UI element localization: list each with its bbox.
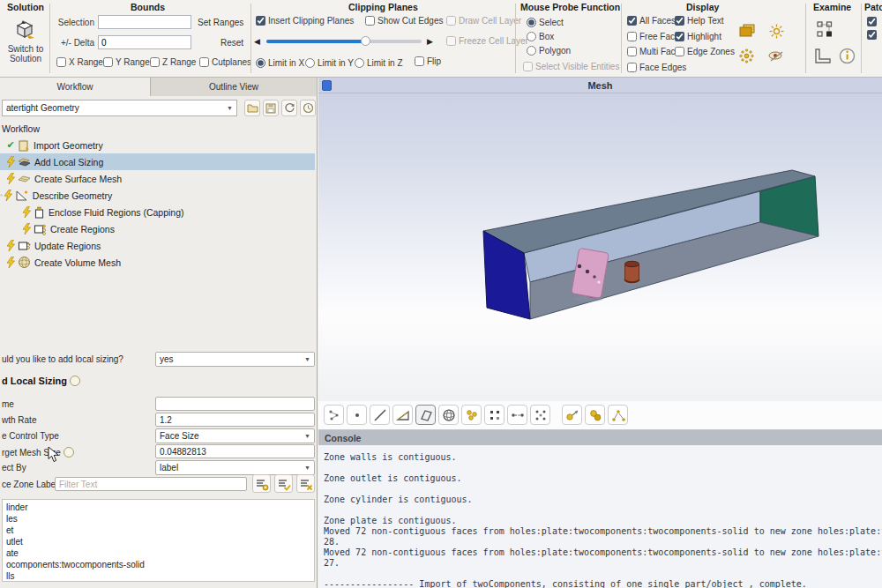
zone-label-item[interactable]: les: [3, 513, 314, 525]
show-cut-edges-checkbox[interactable]: Show Cut Edges: [365, 16, 444, 26]
face-edges-checkbox[interactable]: Face Edges: [627, 63, 686, 72]
point-mode-button[interactable]: [347, 405, 367, 425]
open-workflow-button[interactable]: [244, 100, 260, 116]
flip-checkbox[interactable]: Flip: [415, 56, 441, 66]
tree-item-add-local-sizing[interactable]: Add Local Sizing: [0, 153, 315, 170]
patch-checkbox-2[interactable]: [867, 30, 877, 40]
zone-filter-input[interactable]: [55, 477, 247, 491]
graphics-window-header[interactable]: Mesh: [318, 78, 882, 93]
all-faces-checkbox[interactable]: All Faces: [627, 16, 676, 26]
zone-label-item[interactable]: et: [3, 525, 314, 536]
select-visible-entities-checkbox[interactable]: Select Visible Entities: [523, 62, 619, 71]
tree-item-create-surface-mesh[interactable]: Create Surface Mesh: [0, 170, 315, 187]
draw-sizes-button[interactable]: [324, 405, 344, 425]
face-grid-button[interactable]: [484, 405, 505, 425]
delta-input[interactable]: [98, 35, 191, 49]
limit-in-z-radio[interactable]: Limit in Z: [355, 58, 403, 68]
refresh-workflow-button[interactable]: [281, 100, 297, 116]
ball-group-icon: [587, 407, 603, 423]
zone-group-button[interactable]: [585, 405, 605, 425]
help-icon[interactable]: [70, 376, 80, 386]
eye-slash-icon: [767, 49, 785, 63]
z-range-checkbox[interactable]: Z Range: [150, 57, 196, 67]
limit-in-x-radio[interactable]: Limit in X: [256, 58, 304, 68]
zone-label-item[interactable]: ate: [3, 547, 314, 559]
add-local-sizing-question-dropdown[interactable]: yes▼: [155, 352, 315, 367]
info-button[interactable]: [838, 47, 856, 69]
lights-button[interactable]: [769, 24, 784, 42]
tree-item-import-geometry[interactable]: ✔ Import Geometry: [0, 137, 315, 153]
filter-wildcard-button[interactable]: [252, 474, 271, 493]
select-by-dropdown[interactable]: label▼: [155, 460, 315, 475]
zone-label-item[interactable]: ocomponents:twocomponents-solid: [3, 559, 314, 570]
probe-polygon-radio[interactable]: Polygon: [527, 46, 571, 56]
growth-rate-input[interactable]: [155, 413, 315, 427]
selection-input[interactable]: [98, 15, 191, 29]
task-pending-bolt-icon: [5, 173, 16, 184]
select-all-zones-button[interactable]: [274, 474, 293, 493]
fluent-meshing-window: Solution Switch to Solution Bounds Selec…: [0, 0, 882, 588]
edge-zones-checkbox[interactable]: Edge Zones: [675, 47, 735, 56]
triangle-mode-button[interactable]: [392, 405, 413, 425]
select-by-label: ect By: [2, 463, 150, 473]
tree-root-workflow[interactable]: Workflow: [0, 120, 315, 137]
set-ranges-button[interactable]: Set Ranges: [198, 18, 243, 27]
draw-cell-layer-checkbox[interactable]: Draw Cell Layer: [446, 16, 521, 26]
info-icon: [838, 47, 856, 65]
probe-select-radio[interactable]: Select: [527, 18, 564, 27]
node-spread-button[interactable]: [530, 405, 550, 425]
save-workflow-button[interactable]: [263, 100, 279, 116]
reset-button[interactable]: Reset: [220, 38, 243, 48]
console-line: Zone outlet is contiguous.: [324, 473, 882, 484]
tab-outline-view[interactable]: Outline View: [151, 78, 318, 96]
switch-to-solution-button[interactable]: [13, 19, 36, 44]
console-line: [324, 569, 882, 579]
console-header[interactable]: Console: [318, 430, 882, 445]
face-zone-labels-list[interactable]: linderlesetutletateocomponents:twocompon…: [2, 499, 315, 582]
x-range-checkbox[interactable]: X Range: [56, 57, 103, 67]
highlight-zone-button[interactable]: [562, 405, 582, 425]
tree-item-create-volume-mesh[interactable]: Create Volume Mesh: [0, 254, 315, 271]
clip-slider-handle[interactable]: [361, 36, 370, 46]
node-network-button[interactable]: [608, 405, 628, 425]
examine-nodes-button[interactable]: [815, 19, 834, 44]
copy-screen-button[interactable]: [737, 22, 757, 43]
zone-label-item[interactable]: linder: [3, 502, 314, 513]
tree-item-enclose-fluid-regions[interactable]: Enclose Fluid Regions (Capping): [0, 204, 315, 220]
y-range-checkbox[interactable]: Y Range: [103, 57, 150, 67]
limit-in-y-radio[interactable]: Limit in Y: [305, 58, 354, 68]
target-mesh-size-input[interactable]: [155, 444, 315, 458]
patch-checkbox-1[interactable]: [867, 17, 877, 26]
workflow-type-dropdown[interactable]: atertight Geometry▼: [2, 100, 237, 116]
tree-item-create-regions[interactable]: Create Regions: [0, 220, 315, 237]
clock-icon: [303, 102, 314, 114]
slider-right-arrow[interactable]: ▶: [427, 37, 433, 46]
insert-clipping-planes-checkbox[interactable]: Insert Clipping Planes: [256, 16, 354, 26]
help-icon[interactable]: [64, 447, 74, 458]
zone-label-item[interactable]: lls: [3, 570, 314, 582]
name-input[interactable]: [155, 397, 315, 411]
view-options-button[interactable]: [767, 49, 785, 66]
zone-label-item[interactable]: utlet: [3, 536, 314, 547]
edge-nodes-button[interactable]: [507, 405, 527, 425]
line-mode-button[interactable]: [370, 405, 390, 425]
quad-mode-button[interactable]: [415, 405, 436, 425]
size-control-type-dropdown[interactable]: Face Size▼: [155, 428, 315, 443]
headlight-button[interactable]: [739, 48, 754, 67]
deselect-all-zones-button[interactable]: [296, 474, 315, 493]
probe-box-radio[interactable]: Box: [527, 32, 554, 41]
graphics-viewport[interactable]: [318, 93, 882, 401]
workflow-history-button[interactable]: [300, 100, 316, 116]
tree-item-update-regions[interactable]: Update Regions: [0, 237, 315, 254]
tab-workflow[interactable]: Workflow: [0, 78, 151, 96]
tree-item-describe-geometry[interactable]: ◦ Describe Geometry: [0, 187, 315, 204]
ruler-button[interactable]: [811, 46, 833, 71]
help-text-checkbox[interactable]: Help Text: [675, 16, 724, 26]
highlight-checkbox[interactable]: Highlight: [675, 32, 721, 41]
cutplanes-checkbox[interactable]: Cutplanes: [199, 57, 251, 67]
node-cluster-button[interactable]: [461, 405, 482, 425]
sphere-mode-button[interactable]: [438, 405, 459, 425]
console-output[interactable]: Zone walls is contiguous.Zone outlet is …: [318, 445, 882, 588]
task-pending-bolt-icon: [5, 156, 16, 167]
slider-left-arrow[interactable]: ◀: [254, 37, 260, 46]
